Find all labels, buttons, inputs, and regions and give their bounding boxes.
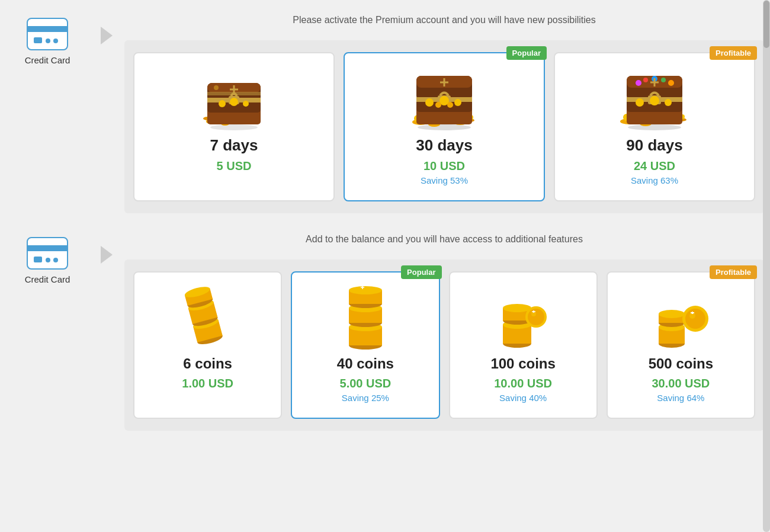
badge-popular-2: Popular xyxy=(401,265,441,279)
premium-content: Please activate the Premium account and … xyxy=(124,12,764,213)
plan-40coins-saving: Saving 25% xyxy=(342,393,389,403)
premium-section: Credit Card Please activate the Premium … xyxy=(6,12,764,213)
coin-stack-100 xyxy=(487,284,559,350)
sidebar-payment-method-1: Credit Card xyxy=(6,12,89,65)
coins-section-title: Add to the balance and you will have acc… xyxy=(124,231,764,251)
page-container: Credit Card Please activate the Premium … xyxy=(0,0,770,443)
coin-stack-500 xyxy=(645,284,716,350)
svg-point-42 xyxy=(628,124,681,130)
sidebar-payment-method-2: Credit Card xyxy=(6,231,89,284)
chest-icon-90days xyxy=(616,65,693,130)
plan-7days-label: 7 days xyxy=(210,136,258,155)
plan-500coins-label: 500 coins xyxy=(649,355,713,372)
badge-profitable-1: Profitable xyxy=(710,46,757,60)
svg-point-94 xyxy=(528,309,544,325)
credit-card-icon-2 xyxy=(27,237,68,270)
svg-point-0 xyxy=(210,124,258,130)
card-dot-right xyxy=(53,39,58,43)
svg-point-17 xyxy=(243,101,249,107)
card-dot-right-2 xyxy=(53,258,58,262)
coins-plans-row: 6 coins 1.00 USD Popular xyxy=(124,259,764,431)
plan-100coins[interactable]: 100 coins 10.00 USD Saving 40% xyxy=(449,271,598,419)
coins-section: Credit Card Add to the balance and you w… xyxy=(6,231,764,431)
card-dot-left xyxy=(46,39,50,43)
plan-40coins[interactable]: Popular xyxy=(291,271,439,419)
chest-icon-30days xyxy=(406,65,483,130)
plan-6coins-label: 6 coins xyxy=(183,355,232,372)
svg-point-92 xyxy=(503,304,531,312)
svg-point-62 xyxy=(636,98,644,107)
plan-7days-price: 5 USD xyxy=(217,159,252,173)
svg-point-58 xyxy=(643,78,648,82)
plan-30days[interactable]: Popular xyxy=(344,52,545,201)
badge-popular-1: Popular xyxy=(506,46,547,60)
coins-content: Add to the balance and you will have acc… xyxy=(124,231,764,431)
plan-100coins-saving: Saving 40% xyxy=(499,393,547,403)
coin-stack-6 xyxy=(172,284,243,350)
plan-100coins-label: 100 coins xyxy=(490,355,555,372)
scrollbar-thumb[interactable] xyxy=(763,1,769,48)
svg-point-61 xyxy=(668,80,674,86)
svg-point-35 xyxy=(425,98,434,107)
plan-500coins-saving: Saving 64% xyxy=(657,393,704,403)
plan-90days[interactable]: Profitable xyxy=(554,52,755,201)
svg-point-103 xyxy=(659,310,685,318)
plan-90days-saving: Saving 63% xyxy=(631,175,678,185)
coin-stack-40 xyxy=(330,284,401,350)
plan-7days[interactable]: 7 days 5 USD xyxy=(133,52,335,201)
arrow-1 xyxy=(101,27,113,44)
badge-profitable-2: Profitable xyxy=(710,265,757,279)
svg-point-60 xyxy=(661,78,666,82)
payment-method-label-2: Credit Card xyxy=(25,274,70,284)
plan-40coins-price: 5.00 USD xyxy=(340,377,392,390)
svg-point-38 xyxy=(435,102,441,108)
plan-100coins-price: 10.00 USD xyxy=(494,377,552,390)
card-dot-left-2 xyxy=(46,258,50,262)
svg-point-16 xyxy=(230,98,238,106)
plan-30days-label: 30 days xyxy=(416,136,472,155)
svg-point-105 xyxy=(685,309,705,329)
premium-plans-row: 7 days 5 USD Popular xyxy=(124,40,764,213)
plan-90days-label: 90 days xyxy=(626,136,682,155)
svg-point-63 xyxy=(650,96,659,105)
payment-method-label-1: Credit Card xyxy=(25,55,70,65)
svg-point-39 xyxy=(447,102,453,108)
arrow-2 xyxy=(101,246,113,264)
plan-6coins-price: 1.00 USD xyxy=(182,377,233,390)
plan-500coins[interactable]: Profitable xyxy=(607,271,755,419)
svg-point-15 xyxy=(219,100,226,107)
svg-point-84 xyxy=(349,286,382,294)
svg-point-37 xyxy=(454,99,461,106)
plan-40coins-label: 40 coins xyxy=(337,355,394,372)
plan-90days-price: 24 USD xyxy=(634,159,675,173)
scrollbar[interactable] xyxy=(763,0,770,532)
svg-point-20 xyxy=(418,124,471,130)
svg-point-64 xyxy=(665,99,672,106)
plan-6coins[interactable]: 6 coins 1.00 USD xyxy=(133,271,282,419)
credit-card-icon-1 xyxy=(27,18,68,50)
plan-500coins-price: 30.00 USD xyxy=(652,377,710,390)
chest-icon-7days xyxy=(195,65,272,130)
plan-30days-price: 10 USD xyxy=(424,159,465,173)
svg-point-14 xyxy=(214,85,219,90)
premium-section-title: Please activate the Premium account and … xyxy=(124,12,764,31)
svg-point-57 xyxy=(636,80,641,86)
plan-30days-saving: Saving 53% xyxy=(421,175,468,185)
